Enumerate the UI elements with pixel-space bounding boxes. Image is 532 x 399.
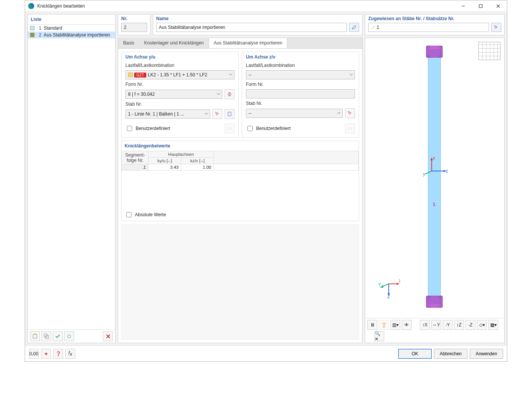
form-label-y: Form Nr. [125,82,234,87]
view-cube-button[interactable]: ▦▾ [488,320,498,330]
view-display-button[interactable]: 🖥 [367,320,377,330]
view-negz-button[interactable]: -Z [466,320,475,330]
userdef-check-z[interactable]: Benutzerdefiniert [246,125,291,132]
content-area: Liste 1 Standard 2 Aus Stabilitätanalyse… [25,12,507,345]
svg-line-16 [425,171,432,174]
svg-rect-1 [479,5,482,8]
lc-combo-z[interactable]: -- [246,70,355,79]
lc-tag: GZT [134,73,146,78]
nr-field[interactable]: 2 [121,23,147,32]
svg-rect-11 [228,112,231,116]
svg-line-8 [372,26,375,29]
preview-canvas[interactable]: x z y X Y Z [365,38,504,318]
absolute-values-check[interactable]: Absolute Werte [122,209,359,221]
color-swatch [30,33,35,37]
list-item[interactable]: 1 Standard [28,25,115,32]
preview-panel: x z y X Y Z [365,38,505,343]
svg-text:Y: Y [378,282,381,287]
userdef-check-y[interactable]: Benutzerdefiniert [125,125,170,132]
svg-text:Z: Z [387,294,390,299]
tab-basis[interactable]: Basis [118,38,139,48]
list-item-label: Standard [44,25,62,31]
dialog-window: Knicklängen bearbeiten Liste 1 Standard … [25,0,507,362]
coeff-table[interactable]: Segment- folge Nr. Hauptachsen ky/u [--] [122,151,359,171]
svg-text:x: x [433,156,435,161]
table-row[interactable]: .1 3.43 1.00 [122,164,359,171]
header-row: Nr. 2 Name Aus Stabilitätanalyse importi… [118,14,505,35]
copy-button[interactable] [41,331,51,341]
chevron-down-icon [204,111,208,117]
lc-combo-y[interactable]: GZT LK2 - 1.35 * LF1 + 1.50 * LF2 [125,70,234,79]
svg-text:y: y [423,171,425,177]
form-field-z [246,89,355,98]
assigned-field[interactable]: 1 [368,23,489,32]
units-button[interactable]: 0,00 [29,349,39,359]
close-button[interactable] [489,0,507,12]
name-field[interactable]: Aus Stabilitätanalyse importieren [156,23,347,32]
view-color-button[interactable]: ▥▾ [390,320,400,330]
main-column: Nr. 2 Name Aus Stabilitätanalyse importi… [118,14,505,343]
name-cell: Name Aus Stabilitätanalyse importieren [153,14,363,35]
sidebar-toolbar: ✕ [28,329,115,343]
ok-button[interactable]: OK [398,349,432,359]
assigned-cell: Zugewiesen an Stäbe Nr. / Stabsätze Nr. … [365,14,505,35]
view-z-button[interactable]: ↕Z [454,320,464,330]
global-axis-icon: X Y Z [377,276,400,299]
view-trophy-button: 🏆 [379,320,389,330]
pick-members-button[interactable] [491,23,501,32]
form-combo-y[interactable]: 8 | f = 30.042 [125,90,222,99]
view-form-button[interactable] [225,89,234,99]
cancel-button[interactable]: Abbrechen [434,349,467,359]
tab-supports[interactable]: Knotenlager und Knicklängen [139,38,209,48]
view-reset-button[interactable]: 🔍✕ [374,331,384,341]
effective-length-list[interactable]: 1 Standard 2 Aus Stabilitätanalyse impor… [28,25,115,329]
tab-import-stability[interactable]: Aus Stabilitätsanalyse importieren [209,38,287,48]
sync-button[interactable] [64,331,74,341]
stab-combo-y[interactable]: 1 - Linie Nr. 1 | Balken | 1 ... [125,109,210,119]
svg-text:X: X [399,279,400,284]
name-label: Name [156,16,359,21]
col-kz: kz/v [--] [181,158,214,164]
view-x-button[interactable]: ↕X [420,320,430,330]
minimize-button[interactable] [454,0,472,12]
new-button[interactable] [30,331,40,341]
pick-stab-button-z[interactable] [345,108,355,118]
expand-button-y [225,124,234,133]
list-item-index: 2 [37,32,41,38]
coeff-panel: Knicklängenbeiwerte Segment- folge Nr. H… [121,141,359,221]
preview-toolbar: 🖥 🏆 ▥▾ 👁 ↕X ↔Y -Y ↕Z -Z ◇▾ ▦▾ 🔍✕ [365,318,504,343]
stab-combo-z[interactable]: -- [246,109,343,118]
list-item-label: Aus Stabilitätanalyse importieren [44,32,110,38]
titlebar: Knicklängen bearbeiten [25,0,507,12]
form-label-z: Form Nr. [246,82,355,87]
maximize-button[interactable] [472,0,489,12]
axis-z-title: Um Achse z/v [246,54,355,60]
list-item[interactable]: 2 Aus Stabilitätanalyse importieren [28,32,115,38]
lc-color-swatch [128,73,133,77]
view-negy-button[interactable]: -Y [443,320,453,330]
help-button[interactable]: ❓ [53,349,63,359]
view-eye-button[interactable]: 👁 [402,320,412,330]
svg-text:z: z [446,168,448,174]
x-icon: ✕ [106,333,111,340]
check-apply-button[interactable] [53,331,63,341]
empty-spacing [121,224,359,340]
edit-name-button[interactable] [349,23,359,32]
apply-button[interactable]: Anwenden [470,349,503,359]
chevron-down-icon [217,92,220,97]
sidebar-header: Liste [28,14,115,24]
favorite-button[interactable]: ★ [41,349,51,359]
script-button[interactable]: fx [65,349,75,359]
view-cube[interactable] [478,42,500,60]
col-ky: ky/u [--] [149,158,181,164]
expand-button-z [345,124,355,133]
delete-button[interactable]: ✕ [103,331,113,341]
view-y-button[interactable]: ↔Y [431,320,441,330]
axis-y-title: Um Achse y/u [125,54,234,60]
pick-stab-button-y[interactable] [212,109,222,119]
support-top [426,46,443,58]
chevron-down-icon [349,72,353,78]
stab-info-button-y[interactable] [225,109,234,119]
view-iso-button[interactable]: ◇▾ [477,320,487,330]
tab-body: Um Achse y/u Lastfall/Lastkombination GZ… [118,48,363,343]
